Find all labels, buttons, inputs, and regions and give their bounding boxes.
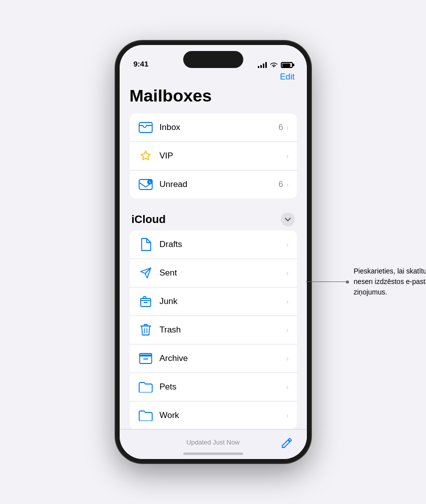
home-indicator xyxy=(183,452,243,455)
mailbox-item-unread[interactable]: Unread 6 › xyxy=(130,170,297,198)
mailbox-item-drafts[interactable]: Drafts › xyxy=(130,230,297,259)
mailbox-item-trash[interactable]: Trash › xyxy=(130,316,297,344)
unread-icon xyxy=(138,176,154,192)
junk-label: Junk xyxy=(160,296,283,306)
phone-screen: 9:41 xyxy=(120,45,307,459)
mailbox-item-junk[interactable]: Junk › xyxy=(130,288,297,316)
mailbox-item-pets[interactable]: Pets › xyxy=(130,373,297,402)
pets-chevron: › xyxy=(286,383,289,391)
dynamic-island xyxy=(183,51,243,68)
trash-icon xyxy=(138,322,154,338)
vip-chevron: › xyxy=(286,152,289,160)
edit-button[interactable]: Edit xyxy=(280,72,294,82)
icloud-label: iCloud xyxy=(132,213,166,226)
junk-icon xyxy=(138,294,154,310)
mailbox-item-inbox[interactable]: Inbox 6 › xyxy=(130,114,297,142)
sent-icon xyxy=(138,265,154,281)
inbox-chevron: › xyxy=(286,124,289,132)
vip-label: VIP xyxy=(160,151,283,161)
main-content: Edit Mailboxes Inbox xyxy=(120,72,307,429)
archive-label: Archive xyxy=(160,354,283,364)
work-folder-icon xyxy=(138,408,154,424)
sent-label: Sent xyxy=(160,268,283,278)
sent-chevron: › xyxy=(286,269,289,277)
trash-annotation: Pieskarieties, lai skatītu nesen izdzēst… xyxy=(306,266,427,298)
annotation-line xyxy=(306,282,346,282)
pets-label: Pets xyxy=(160,382,283,392)
inbox-icon xyxy=(138,120,154,136)
updated-label: Updated Just Now xyxy=(186,438,239,446)
icloud-collapse-button[interactable] xyxy=(281,212,295,226)
page-title: Mailboxes xyxy=(130,86,297,106)
mailbox-item-sent[interactable]: Sent › xyxy=(130,259,297,288)
signal-icon xyxy=(258,62,267,68)
smart-mailboxes-list: Inbox 6 › VIP › xyxy=(130,114,297,198)
archive-icon xyxy=(138,350,154,366)
trash-label: Trash xyxy=(160,325,283,335)
drafts-icon xyxy=(138,236,154,252)
trash-chevron: › xyxy=(286,326,289,334)
drafts-chevron: › xyxy=(286,240,289,248)
status-icons xyxy=(258,62,293,68)
work-label: Work xyxy=(160,410,283,420)
phone-frame: 9:41 xyxy=(116,41,311,463)
inbox-count: 6 xyxy=(278,122,283,132)
unread-count: 6 xyxy=(278,180,283,190)
work-chevron: › xyxy=(286,412,289,420)
unread-chevron: › xyxy=(286,180,289,188)
mailbox-item-vip[interactable]: VIP › xyxy=(130,142,297,170)
inbox-label: Inbox xyxy=(160,122,279,132)
unread-label: Unread xyxy=(160,180,279,190)
wifi-icon xyxy=(270,62,278,68)
annotation-text: Pieskarieties, lai skatītu nesen izdzēst… xyxy=(349,266,427,298)
pets-folder-icon xyxy=(138,379,154,395)
icloud-mailboxes-list: Drafts › Sent › xyxy=(130,230,297,429)
battery-icon xyxy=(281,62,293,68)
junk-chevron: › xyxy=(286,298,289,306)
mailbox-item-archive[interactable]: Archive › xyxy=(130,344,297,373)
icloud-section-header[interactable]: iCloud xyxy=(130,208,297,230)
header-row: Edit xyxy=(130,72,297,86)
vip-star-icon xyxy=(138,148,154,164)
status-time: 9:41 xyxy=(134,60,149,68)
drafts-label: Drafts xyxy=(160,240,283,250)
mailbox-item-work[interactable]: Work › xyxy=(130,402,297,429)
archive-chevron: › xyxy=(286,354,289,362)
compose-button[interactable] xyxy=(279,435,295,451)
